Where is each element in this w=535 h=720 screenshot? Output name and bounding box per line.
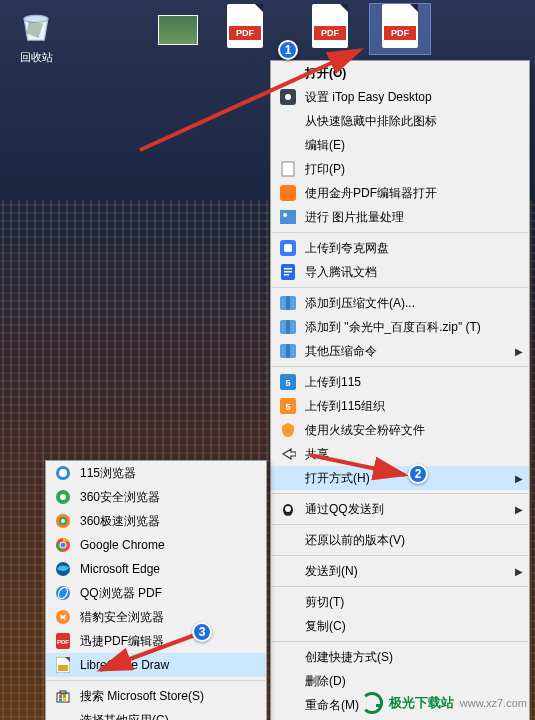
openwith-ms-store[interactable]: 搜索 Microsoft Store(S)	[46, 684, 266, 708]
chevron-right-icon: ▶	[515, 473, 523, 484]
svg-point-30	[61, 519, 65, 523]
xunjie-icon: PDF	[52, 632, 74, 650]
tencent-docs-icon	[277, 263, 299, 281]
openwith-115[interactable]: 115浏览器	[46, 461, 266, 485]
openwith-xunjie-pdf[interactable]: PDF迅捷PDF编辑器	[46, 629, 266, 653]
watermark: 极光下载站 www.xz7.com	[361, 692, 527, 714]
kuake-icon	[277, 239, 299, 257]
libreoffice-draw-icon	[52, 656, 74, 674]
openwith-choose-other[interactable]: 选择其他应用(C)	[46, 708, 266, 720]
context-menu-open-with: 115浏览器 360安全浏览器 360极速浏览器 Google Chrome M…	[45, 460, 267, 720]
svg-point-0	[24, 15, 48, 22]
openwith-qqpdf[interactable]: QQ浏览器 PDF	[46, 581, 266, 605]
menu-add-archive-named[interactable]: 添加到 "余光中_百度百科.zip" (T)	[271, 315, 529, 339]
page-icon	[277, 160, 299, 178]
openwith-chrome[interactable]: Google Chrome	[46, 533, 266, 557]
svg-rect-47	[59, 699, 62, 702]
itop-icon	[277, 88, 299, 106]
menu-separator	[272, 641, 528, 642]
desktop-image-thumb[interactable]	[148, 10, 208, 54]
svg-rect-12	[284, 274, 289, 276]
menu-separator	[272, 555, 528, 556]
menu-upload-115-org[interactable]: 5上传到115组织	[271, 394, 529, 418]
svg-rect-10	[284, 268, 292, 270]
ms-store-icon	[52, 687, 74, 705]
jinzhou-icon	[277, 184, 299, 202]
archive-icon	[277, 342, 299, 360]
callout-2: 2	[408, 464, 428, 484]
menu-separator	[272, 232, 528, 233]
svg-rect-18	[286, 344, 290, 358]
image-icon	[277, 208, 299, 226]
menu-add-archive[interactable]: 添加到压缩文件(A)...	[271, 291, 529, 315]
svg-point-2	[285, 94, 291, 100]
svg-point-6	[283, 213, 287, 217]
menu-separator	[272, 287, 528, 288]
menu-batch-image[interactable]: 进行 图片批量处理	[271, 205, 529, 229]
menu-share[interactable]: 共享	[271, 442, 529, 466]
svg-rect-45	[59, 695, 62, 698]
openwith-360safe[interactable]: 360安全浏览器	[46, 485, 266, 509]
menu-other-compress[interactable]: 其他压缩命令▶	[271, 339, 529, 363]
pdf-file-3-selected[interactable]: PDF	[370, 4, 430, 54]
115-icon: 5	[277, 373, 299, 391]
menu-copy[interactable]: 复制(C)	[271, 614, 529, 638]
svg-point-27	[60, 494, 66, 500]
menu-delete[interactable]: 删除(D)	[271, 669, 529, 693]
115-org-icon: 5	[277, 397, 299, 415]
openwith-liebao[interactable]: 猎豹安全浏览器	[46, 605, 266, 629]
watermark-domain: www.xz7.com	[460, 697, 527, 709]
recycle-bin[interactable]: 回收站	[6, 6, 66, 65]
menu-itop[interactable]: 设置 iTop Easy Desktop	[271, 85, 529, 109]
edge-icon	[52, 560, 74, 578]
menu-restore-prev[interactable]: 还原以前的版本(V)	[271, 528, 529, 552]
menu-separator	[272, 493, 528, 494]
menu-open[interactable]: 打开(O)	[271, 61, 529, 85]
svg-text:5: 5	[285, 378, 290, 388]
menu-tencent-docs[interactable]: 导入腾讯文档	[271, 260, 529, 284]
recycle-bin-icon	[16, 6, 56, 46]
chrome-icon	[52, 536, 74, 554]
liebao-icon	[52, 608, 74, 626]
svg-rect-46	[63, 695, 66, 698]
svg-point-33	[61, 543, 66, 548]
svg-rect-16	[286, 320, 290, 334]
menu-create-shortcut[interactable]: 创建快捷方式(S)	[271, 645, 529, 669]
menu-huorong-shred[interactable]: 使用火绒安全粉碎文件	[271, 418, 529, 442]
menu-upload-115[interactable]: 5上传到115	[271, 370, 529, 394]
menu-kuake[interactable]: 上传到夸克网盘	[271, 236, 529, 260]
pdf-icon: PDF	[382, 4, 418, 48]
svg-rect-48	[63, 699, 66, 702]
svg-text:PDF: PDF	[57, 639, 69, 645]
svg-point-24	[285, 506, 291, 512]
menu-jinzhou-pdf[interactable]: 使用金舟PDF编辑器打开	[271, 181, 529, 205]
menu-separator	[272, 524, 528, 525]
openwith-libreoffice-draw[interactable]: LibreOffice Draw	[46, 653, 266, 677]
360speed-icon	[52, 512, 74, 530]
openwith-edge[interactable]: Microsoft Edge	[46, 557, 266, 581]
pdf-file-1[interactable]: PDF	[215, 6, 275, 50]
menu-exclude-hide[interactable]: 从快速隐藏中排除此图标	[271, 109, 529, 133]
context-menu-main: 打开(O) 设置 iTop Easy Desktop 从快速隐藏中排除此图标 编…	[270, 60, 530, 720]
pdf-file-2[interactable]: PDF	[300, 6, 360, 50]
menu-open-with[interactable]: 打开方式(H)▶	[271, 466, 529, 490]
menu-edit[interactable]: 编辑(E)	[271, 133, 529, 157]
callout-3: 3	[192, 622, 212, 642]
chevron-right-icon: ▶	[515, 504, 523, 515]
archive-icon	[277, 294, 299, 312]
svg-text:5: 5	[285, 402, 290, 412]
image-thumb-icon	[158, 15, 198, 45]
archive-icon	[277, 318, 299, 336]
svg-rect-8	[284, 244, 292, 252]
svg-rect-3	[282, 162, 294, 176]
chevron-right-icon: ▶	[515, 346, 523, 357]
watermark-text: 极光下载站	[389, 694, 454, 712]
menu-send-to[interactable]: 发送到(N)▶	[271, 559, 529, 583]
openwith-360speed[interactable]: 360极速浏览器	[46, 509, 266, 533]
pdf-icon: PDF	[227, 4, 263, 48]
menu-cut[interactable]: 剪切(T)	[271, 590, 529, 614]
menu-separator	[272, 366, 528, 367]
menu-print[interactable]: 打印(P)	[271, 157, 529, 181]
menu-qq-send[interactable]: 通过QQ发送到▶	[271, 497, 529, 521]
svg-rect-11	[284, 271, 292, 273]
